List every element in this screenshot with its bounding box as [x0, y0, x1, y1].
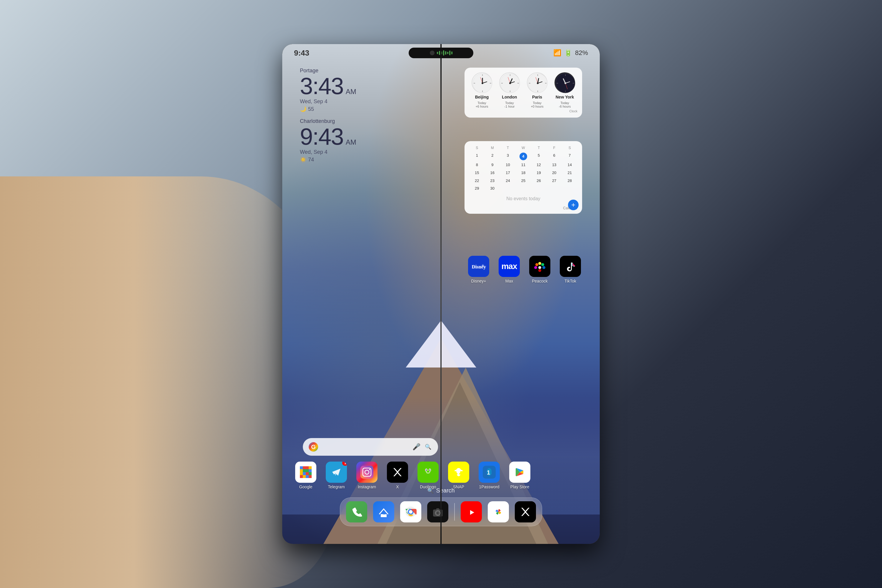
- status-right: 📶 🔋 82%: [553, 49, 588, 57]
- app-1password[interactable]: 1 1Password: [477, 462, 501, 489]
- app-duolingo-icon: [417, 462, 439, 483]
- audio-bar-5: [445, 51, 446, 55]
- svg-point-44: [538, 266, 541, 269]
- app-snap[interactable]: SNAP: [447, 462, 470, 489]
- lens-icon[interactable]: 🔍: [424, 443, 432, 451]
- dock-email[interactable]: [373, 501, 394, 522]
- app-disney-icon: Disney +: [468, 256, 489, 277]
- wc-city-london: London: [502, 94, 517, 99]
- wc-city-newyork: New York: [556, 94, 574, 99]
- cal-dim-2: [516, 184, 531, 193]
- app-label-tiktok: TikTok: [564, 279, 576, 284]
- audio-bar-1: [437, 52, 438, 54]
- phone-screen: 9:43 📶 🔋 82% Portage 3:43 AM Wed, Sep 4 …: [282, 44, 600, 544]
- app-1password-icon: 1: [478, 462, 500, 483]
- fold-line: [440, 44, 442, 544]
- wc-beijing: Beijing Today +6 hours: [469, 72, 495, 108]
- app-label-google: Google: [299, 484, 312, 489]
- app-duolingo[interactable]: Duolingo: [416, 462, 440, 489]
- svg-text:+: +: [482, 263, 484, 268]
- cal-day-T2: T: [531, 146, 546, 150]
- microphone-icon[interactable]: 🎤: [412, 443, 420, 451]
- cal-dim-1: [500, 184, 516, 193]
- left-clock-panel: Portage 3:43 AM Wed, Sep 4 🌙 55 Charlott…: [300, 68, 356, 169]
- cal-dim-5: [562, 184, 578, 193]
- svg-point-70: [426, 470, 427, 471]
- app-disney-plus[interactable]: Disney + Disney+: [467, 256, 490, 284]
- search-input[interactable]: [322, 438, 409, 456]
- dock-x[interactable]: [515, 501, 536, 522]
- audio-bar-6: [447, 52, 448, 54]
- app-telegram[interactable]: 1 Telegram: [325, 462, 348, 489]
- svg-point-82: [437, 512, 439, 514]
- svg-point-35: [564, 82, 566, 84]
- cal-4-today[interactable]: 4: [516, 152, 531, 161]
- cal-11: 11: [516, 161, 531, 169]
- svg-rect-58: [309, 472, 312, 475]
- camera-dot: [430, 51, 435, 55]
- wc-city-beijing: Beijing: [475, 94, 489, 99]
- svg-point-41: [536, 263, 538, 266]
- cal-25: 25: [516, 177, 531, 185]
- app-tiktok-icon: [560, 256, 581, 277]
- wc-paris: Paris Today +0 hours: [525, 72, 550, 108]
- cal-8: 8: [469, 161, 485, 169]
- app-max[interactable]: max Max: [498, 256, 521, 284]
- date-portage: Wed, Sep 4: [300, 99, 356, 105]
- calendar-day-names: S M T W T F S: [469, 146, 578, 150]
- app-x-icon: [387, 462, 408, 483]
- app-x[interactable]: X: [386, 462, 409, 489]
- svg-rect-53: [300, 472, 303, 475]
- svg-rect-51: [306, 469, 309, 472]
- app-peacock[interactable]: Peacock: [528, 256, 552, 284]
- calendar-widget[interactable]: S M T W T F S 1 2 3 4 5 6 7 8 9 10: [465, 141, 582, 214]
- world-clocks-widget[interactable]: Beijing Today +6 hours: [465, 68, 582, 118]
- app-tiktok[interactable]: TikTok: [559, 256, 582, 284]
- wc-london: London Today -1 hour: [497, 72, 522, 108]
- no-events-label: No events today: [469, 193, 578, 205]
- cal-17: 17: [500, 169, 516, 177]
- date-charlottenburg: Wed, Sep 4: [300, 149, 356, 155]
- app-playstore[interactable]: Play Store: [508, 462, 531, 489]
- wc-label-paris: Today +0 hours: [531, 101, 543, 108]
- cal-2: 2: [485, 152, 500, 161]
- svg-point-42: [534, 266, 537, 269]
- app-instagram[interactable]: Instagram: [355, 462, 379, 489]
- phone-device: 9:43 📶 🔋 82% Portage 3:43 AM Wed, Sep 4 …: [282, 44, 600, 544]
- clock-portage: Portage 3:43 AM Wed, Sep 4 🌙 55: [300, 68, 356, 112]
- dock-phone[interactable]: [346, 501, 367, 522]
- ampm-charlottenburg: AM: [346, 138, 356, 146]
- app-google[interactable]: Google: [294, 462, 318, 489]
- svg-point-8: [482, 82, 483, 84]
- right-app-panel: Disney + Disney+ max Max: [465, 256, 582, 288]
- svg-rect-48: [303, 469, 306, 472]
- app-label-peacock: Peacock: [532, 279, 548, 284]
- cal-15: 15: [469, 169, 485, 177]
- calendar-add-button[interactable]: +: [568, 200, 579, 210]
- svg-point-39: [541, 263, 544, 266]
- dock-photos[interactable]: [488, 501, 509, 522]
- svg-point-78: [409, 510, 412, 514]
- audio-bar-8: [451, 51, 453, 54]
- svg-rect-47: [300, 469, 303, 472]
- cal-21: 21: [562, 169, 578, 177]
- time-charlottenburg: 9:43: [300, 125, 344, 148]
- svg-point-17: [509, 82, 511, 84]
- cal-18: 18: [516, 169, 531, 177]
- wc-label-newyork: Today -6 hours: [559, 101, 571, 108]
- dock-chrome[interactable]: [400, 501, 421, 522]
- app-label-max: Max: [506, 279, 513, 284]
- cal-7: 7: [562, 152, 578, 161]
- dock-camera[interactable]: [427, 501, 448, 522]
- dock-youtube[interactable]: [461, 501, 482, 522]
- svg-point-65: [369, 469, 370, 470]
- wc-label-london: Today -1 hour: [504, 101, 515, 108]
- cal-6: 6: [546, 152, 562, 161]
- wc-clock-beijing: [472, 72, 492, 93]
- app-peacock-icon: [529, 256, 550, 277]
- google-g-logo: G: [309, 442, 318, 452]
- svg-point-71: [429, 470, 430, 471]
- google-search-bar[interactable]: G 🎤 🔍: [303, 438, 438, 456]
- app-label-x: X: [396, 484, 399, 489]
- wc-clock-london: [499, 72, 520, 93]
